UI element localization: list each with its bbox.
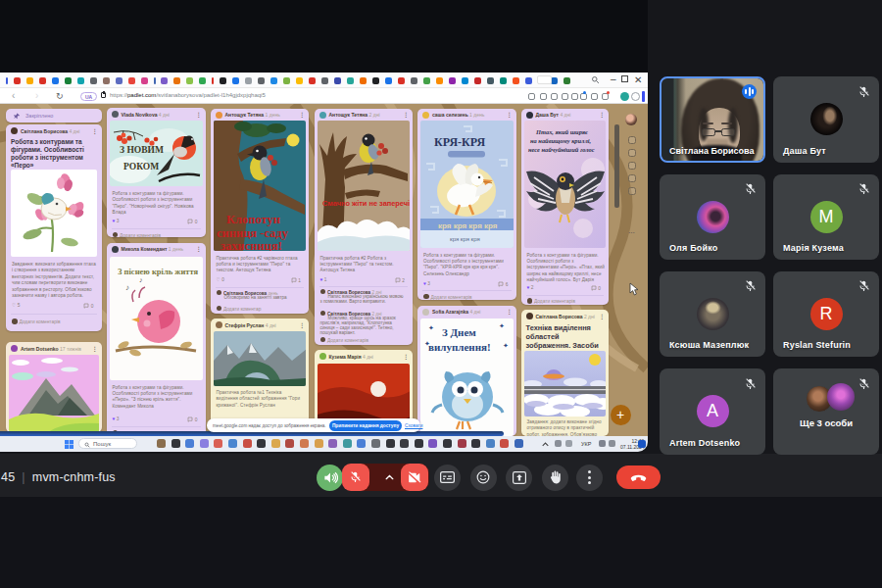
svg-text:вилуплення!: вилуплення!	[428, 341, 491, 353]
svg-text:КРЯ-КРЯ: КРЯ-КРЯ	[434, 135, 486, 149]
svg-text:✦: ✦	[424, 340, 430, 347]
svg-text:кря кря кря: кря кря кря	[450, 236, 480, 242]
svg-text:Птах, який ширяє: Птах, який ширяє	[535, 128, 588, 135]
svg-text:кря кря кря кря: кря кря кря кря	[438, 220, 498, 229]
svg-text:✦: ✦	[499, 322, 505, 329]
svg-text:на найвищому криллі,: на найвищому криллі,	[530, 137, 591, 144]
svg-text:Смачно жіти не заперечіш !: Смачно жіти не заперечіш !	[322, 199, 411, 208]
svg-text:Клопотун: Клопотун	[226, 213, 280, 226]
svg-text:♪: ♪	[139, 276, 143, 283]
svg-text:З піснею кріль життя: З піснею кріль життя	[118, 267, 199, 276]
svg-text:синиця -саду: синиця -саду	[217, 226, 289, 240]
svg-text:захисниця!: захисниця!	[220, 239, 282, 251]
svg-text:✦: ✦	[428, 324, 434, 331]
svg-text:✦: ✦	[503, 342, 509, 349]
svg-text:♪: ♪	[125, 283, 129, 292]
svg-text:РОКОМ: РОКОМ	[123, 162, 159, 172]
svg-text:несе найчуйніший голос: несе найчуйніший голос	[528, 146, 595, 153]
svg-text:З Днем: З Днем	[442, 326, 476, 338]
svg-text:З НОВИМ: З НОВИМ	[120, 145, 164, 155]
